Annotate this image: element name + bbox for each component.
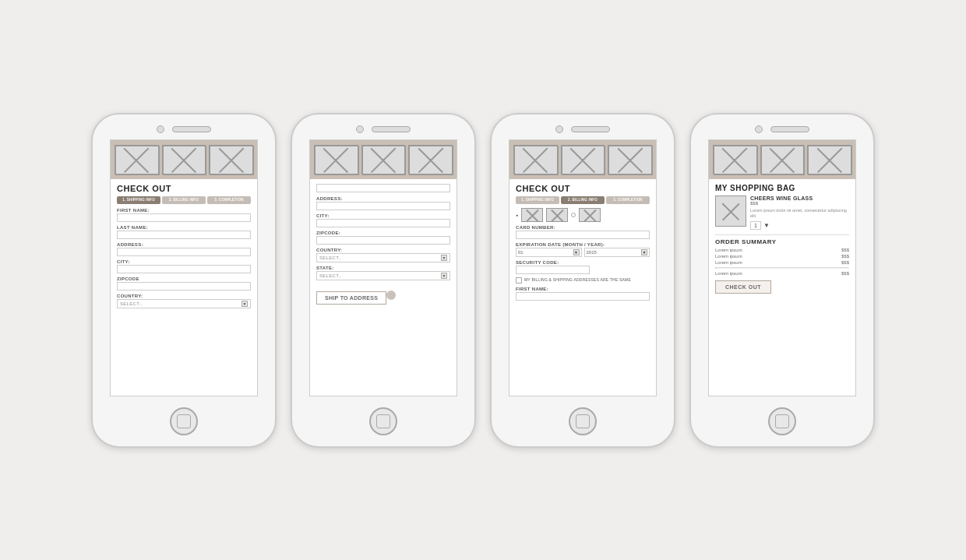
input-partial-top[interactable]	[316, 184, 450, 192]
loading-spinner	[386, 291, 396, 300]
summary-value-total: $$$	[841, 271, 849, 276]
phone-1-bottom	[93, 403, 275, 446]
phone-3-banner	[509, 140, 656, 179]
phone-3-home-inner	[576, 414, 590, 428]
label-city-2: CITY:	[316, 213, 450, 218]
ship-to-address-button[interactable]: SHIP TO ADDRESS	[316, 291, 386, 305]
select-state-2[interactable]: SELECT.. ▼	[316, 271, 450, 280]
summary-row-3: Lorem ipsum $$$	[715, 260, 849, 265]
phone-1-camera	[157, 125, 164, 133]
label-zipcode-2: ZIPCODE:	[316, 231, 450, 235]
label-last-name: LAST NAME:	[117, 225, 251, 230]
summary-label-3: Lorem ipsum	[715, 260, 742, 265]
summary-row-1: Lorem ipsum $$$	[715, 248, 849, 252]
select-country-label-2: SELECT..	[319, 255, 341, 260]
phones-container: CHECK OUT 1. SHIPPING INFO 2. BILLING IN…	[91, 113, 875, 448]
input-first-name[interactable]	[117, 213, 251, 222]
step-1-completion: 3. COMPLETION	[207, 196, 251, 204]
phone-2: ADDRESS: CITY: ZIPCODE: COUNTRY: SELECT.…	[291, 113, 476, 448]
payment-icon-mc	[546, 208, 568, 222]
phone-1: CHECK OUT 1. SHIPPING INFO 2. BILLING IN…	[91, 113, 277, 448]
phone-3-home-btn[interactable]	[569, 407, 597, 435]
select-country-2[interactable]: SELECT.. ▼	[316, 253, 450, 262]
step-3-completion: 3. COMPLETION	[606, 196, 650, 204]
input-city-2[interactable]	[316, 219, 450, 227]
step-1-shipping: 1. SHIPPING INFO	[117, 196, 160, 204]
qty-arrow-icon[interactable]: ▼	[763, 222, 770, 229]
phone-4-banner	[709, 140, 855, 179]
phone-4: MY SHOPPING BAG CHEERS WINE GLASS $$$ Lo…	[689, 113, 875, 448]
label-first-name: FIRST NAME:	[117, 208, 251, 213]
phone-3-speaker	[571, 126, 610, 132]
expiry-year-arrow: ▼	[641, 249, 647, 255]
summary-value-2: $$$	[841, 254, 849, 259]
phone-2-home-btn[interactable]	[369, 407, 397, 435]
phone-4-title: MY SHOPPING BAG	[715, 184, 849, 192]
label-first-name-3: FIRST NAME:	[516, 287, 650, 291]
phone-1-screen: CHECK OUT 1. SHIPPING INFO 2. BILLING IN…	[110, 139, 258, 396]
label-security: SECURITY CODE:	[516, 260, 650, 265]
input-address-2[interactable]	[316, 202, 450, 210]
expiry-month-select[interactable]: 01 ▼	[516, 248, 582, 257]
banner-img-3b	[561, 145, 605, 174]
phone-3: CHECK OUT 1. SHIPPING INFO 2. BILLING IN…	[490, 113, 675, 448]
phone-4-bottom	[691, 403, 873, 446]
phone-1-home-btn[interactable]	[170, 407, 198, 435]
input-card-number[interactable]	[516, 231, 650, 239]
select-country-arrow: ▼	[242, 301, 248, 307]
label-zipcode: ZIPCODE	[117, 276, 251, 281]
phone-2-top	[292, 114, 474, 139]
phone-3-screen: CHECK OUT 1. SHIPPING INFO 2. BILLING IN…	[509, 139, 657, 396]
phone-4-top	[691, 114, 873, 139]
phone-2-home-inner	[376, 414, 390, 428]
input-security[interactable]	[516, 266, 590, 274]
input-city[interactable]	[117, 265, 251, 273]
checkout-button[interactable]: CHECK OUT	[715, 280, 771, 294]
phone-4-home-btn[interactable]	[768, 407, 796, 435]
input-zipcode[interactable]	[117, 282, 251, 291]
expiry-year-select[interactable]: 2015 ▼	[584, 248, 650, 257]
payment-icon-paypal	[579, 208, 601, 222]
checkbox-label-text: MY BILLING & SHIPPING ADDRESSES ARE THE …	[524, 277, 631, 282]
expiry-month-val: 01	[518, 250, 524, 255]
radio-circle[interactable]	[571, 213, 576, 217]
input-first-name-3[interactable]	[516, 292, 650, 301]
order-summary-title: ORDER SUMMARY	[715, 238, 849, 245]
summary-label-2: Lorem ipsum	[715, 254, 742, 259]
banner-img-2b	[361, 145, 406, 174]
billing-same-checkbox[interactable]	[516, 277, 522, 284]
summary-value-1: $$$	[841, 248, 849, 252]
phone-4-home-inner	[775, 414, 789, 428]
phone-2-bottom	[292, 403, 474, 446]
select-country[interactable]: SELECT.. ▼	[117, 299, 251, 308]
step-3-shipping: 1. SHIPPING INFO	[516, 196, 559, 204]
summary-label-1: Lorem ipsum	[715, 248, 742, 252]
label-country: COUNTRY:	[117, 294, 251, 298]
phone-1-speaker	[172, 126, 211, 132]
phone-3-content: CHECK OUT 1. SHIPPING INFO 2. BILLING IN…	[509, 179, 656, 396]
label-card-number: CARD NUMBER:	[516, 225, 650, 230]
input-zipcode-2[interactable]	[316, 236, 450, 245]
phone-2-screen: ADDRESS: CITY: ZIPCODE: COUNTRY: SELECT.…	[309, 139, 457, 396]
product-name: CHEERS WINE GLASS	[750, 195, 849, 201]
phone-2-content: ADDRESS: CITY: ZIPCODE: COUNTRY: SELECT.…	[310, 179, 457, 396]
qty-row: 1 ▼	[750, 221, 849, 230]
banner-img-4a	[713, 145, 757, 174]
phone-2-speaker	[372, 126, 411, 132]
input-address[interactable]	[117, 248, 251, 256]
label-address: ADDRESS:	[117, 242, 251, 247]
phone-1-home-inner	[177, 414, 191, 428]
phone-3-steps: 1. SHIPPING INFO 2. BILLING INFO 3. COMP…	[516, 196, 650, 204]
phone-4-camera	[755, 125, 763, 133]
phone-4-content: MY SHOPPING BAG CHEERS WINE GLASS $$$ Lo…	[709, 179, 855, 396]
step-1-billing: 2. BILLING INFO	[162, 196, 206, 204]
expiry-year-val: 2015	[587, 250, 597, 255]
phone-1-title: CHECK OUT	[117, 184, 251, 193]
input-last-name[interactable]	[117, 231, 251, 239]
product-image	[715, 195, 746, 227]
divider-1	[715, 234, 849, 235]
select-country-arrow-2: ▼	[441, 255, 447, 261]
select-state-arrow-2: ▼	[441, 273, 447, 279]
banner-img-1b	[162, 145, 206, 174]
label-country-2: COUNTRY:	[316, 248, 450, 252]
